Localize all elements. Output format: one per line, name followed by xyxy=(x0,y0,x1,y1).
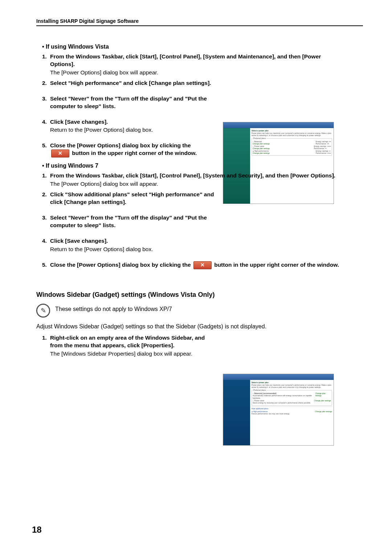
step-number: 1. xyxy=(42,53,50,61)
win7-section: If using Windows 7 1. From the Windows T… xyxy=(36,163,363,269)
step-plain: Return to the [Power Options] dialog box… xyxy=(50,126,217,134)
step-text: Select "High performance" and click [Cha… xyxy=(50,80,211,86)
step-text: button in the upper right corner of the … xyxy=(214,262,339,268)
step-number: 5. xyxy=(42,261,50,269)
page: Installing SHARP Digital Signage Softwar… xyxy=(0,0,392,553)
step-text: From the Windows Taskbar, click [Start],… xyxy=(50,172,335,179)
step-plain: The [Windows Sidebar Properties] dialog … xyxy=(50,350,217,358)
vista-heading: If using Windows Vista xyxy=(42,44,363,50)
fig-group: Preferred plans xyxy=(253,137,266,139)
step-text: Close the [Power Options] dialog box by … xyxy=(50,262,191,268)
figure-power-options-win7: Select a power plan Power plans can help… xyxy=(223,374,334,446)
fig-group: Preferred plans xyxy=(253,389,266,391)
sidebar-steps-block: 1. Right-click on an empty area of the W… xyxy=(36,334,363,358)
win7-steps: 1. From the Windows Taskbar, click [Star… xyxy=(42,172,363,269)
fig-title: Select a power plan xyxy=(252,130,332,132)
header-rule xyxy=(36,25,363,26)
close-icon xyxy=(51,149,69,157)
step-text: From the Windows Taskbar, click [Start],… xyxy=(50,53,321,67)
page-number: 18 xyxy=(32,525,42,535)
fig-title: Select a power plan xyxy=(252,381,332,384)
page-header: Installing SHARP Digital Signage Softwar… xyxy=(36,18,363,24)
step-number: 1. xyxy=(42,334,50,342)
step-number: 4. xyxy=(42,237,50,245)
step-text: button in the upper right corner of the … xyxy=(72,150,197,156)
step-text: Click "Show additional plans" select "Hi… xyxy=(50,191,214,205)
sidebar-body: Adjust Windows Sidebar (Gadget) settings… xyxy=(36,323,363,331)
win7-heading: If using Windows 7 xyxy=(42,163,363,169)
fig-desc: Power plans can help you maximize your c… xyxy=(252,384,332,388)
note-text: These settings do not apply to Windows X… xyxy=(55,305,172,313)
step-number: 1. xyxy=(42,172,50,180)
pencil-note-icon xyxy=(36,304,50,318)
step-number: 4. xyxy=(42,118,50,126)
step-number: 2. xyxy=(42,191,50,198)
step-plain: The [Power Options] dialog box will appe… xyxy=(50,69,340,77)
step-plain: Return to the [Power Options] dialog box… xyxy=(50,246,217,253)
note-row: These settings do not apply to Windows X… xyxy=(36,304,363,318)
step-text: Close the [Power Options] dialog box by … xyxy=(50,142,191,148)
step-text: Click [Save changes]. xyxy=(50,119,108,125)
vista-section: If using Windows Vista 1. From the Windo… xyxy=(36,44,363,157)
step-number: 3. xyxy=(42,95,50,103)
step-text: Select "Never" from the "Turn off the di… xyxy=(50,95,207,109)
sidebar-section-title: Windows Sidebar (Gadget) settings (Windo… xyxy=(36,291,363,299)
close-icon xyxy=(193,261,212,269)
step-number: 5. xyxy=(42,142,50,149)
step-number: 3. xyxy=(42,214,50,222)
step-number: 2. xyxy=(42,79,50,87)
fig-desc: Power plans can help you maximize your c… xyxy=(252,132,332,136)
step-text: Right-click on an empty area of the Wind… xyxy=(50,335,205,348)
step-text: Click [Save changes]. xyxy=(50,238,108,244)
sidebar-steps: 1. Right-click on an empty area of the W… xyxy=(42,334,363,358)
step-plain: The [Power Options] dialog box will appe… xyxy=(50,180,340,188)
step-text: Select "Never" from the "Turn off the di… xyxy=(50,214,207,228)
